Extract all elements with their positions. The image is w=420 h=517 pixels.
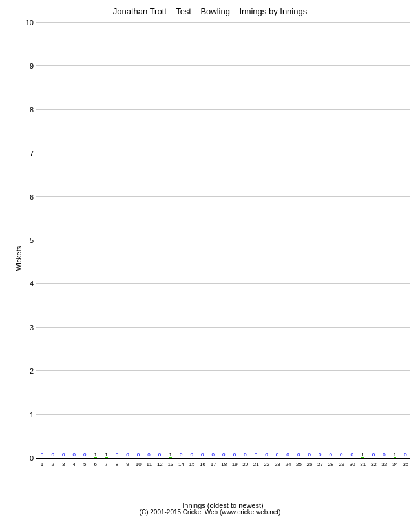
bar-value-label: 0	[136, 452, 141, 458]
bar-value-label: 0	[146, 452, 151, 458]
x-tick-label: 9	[125, 461, 130, 467]
bar-value-label: 0	[200, 452, 205, 458]
bar-value-label: 0	[189, 452, 194, 458]
x-tick-label: 3	[61, 461, 66, 467]
x-tick-label: 35	[403, 461, 408, 467]
bar-value-label: 0	[114, 452, 120, 458]
y-tick-label: 5	[30, 237, 36, 244]
x-tick-label: 14	[178, 461, 184, 467]
y-tick-label: 1	[30, 411, 36, 419]
x-tick-label: 18	[221, 461, 226, 467]
x-tick-label: 7	[103, 461, 109, 467]
bar-value-label: 0	[178, 452, 184, 458]
chart-title: Jonathan Trott – Test – Bowling – Inning…	[0, 0, 420, 19]
y-tick-label: 0	[30, 454, 36, 462]
x-tick-label: 31	[360, 461, 365, 467]
bar-value-label: 0	[221, 452, 226, 458]
y-tick-label: 3	[30, 324, 36, 332]
x-tick-label: 15	[189, 461, 194, 467]
bar-value-label: 0	[307, 452, 312, 458]
bar-value-label: 0	[61, 452, 66, 458]
x-tick-label: 20	[242, 461, 247, 467]
bar-value-label: 1	[103, 452, 109, 458]
x-tick-label: 25	[296, 461, 301, 467]
y-tick-label: 7	[30, 149, 36, 157]
x-tick-label: 29	[339, 461, 344, 467]
grid-line	[36, 370, 410, 371]
bar-value-label: 0	[157, 452, 162, 458]
x-tick-label: 26	[307, 461, 312, 467]
bar-value-label: 0	[232, 452, 237, 458]
bar-value-label: 0	[403, 452, 408, 458]
grid-line	[36, 240, 410, 240]
grid-line	[36, 109, 410, 110]
x-tick-label: 5	[82, 461, 87, 467]
bar-value-label: 0	[211, 452, 216, 458]
bar-value-label: 0	[317, 452, 322, 458]
y-tick-label: 10	[26, 19, 36, 26]
bar-value-label: 0	[39, 452, 45, 458]
bar-value-label: 0	[253, 452, 258, 458]
x-tick-label: 17	[211, 461, 216, 467]
x-tick-label: 2	[50, 461, 56, 467]
x-tick-label: 12	[157, 461, 162, 467]
x-tick-label: 30	[350, 461, 355, 467]
bar-value-label: 0	[82, 452, 87, 458]
x-tick-label: 13	[167, 461, 173, 467]
x-tick-label: 19	[232, 461, 237, 467]
grid-line	[36, 283, 410, 284]
bar-value-label: 0	[72, 452, 77, 458]
bar-value-label: 1	[360, 452, 365, 458]
bar-value-label: 0	[371, 452, 376, 458]
x-tick-label: 1	[39, 461, 45, 467]
x-tick-label: 34	[392, 461, 397, 467]
x-tick-label: 4	[72, 461, 77, 467]
y-tick-label: 8	[30, 106, 36, 114]
bar-value-label: 0	[381, 452, 386, 458]
x-tick-label: 16	[200, 461, 205, 467]
y-axis-label: Wickets	[15, 246, 23, 271]
bar-value-label: 0	[275, 452, 280, 458]
x-tick-label: 23	[275, 461, 280, 467]
bar-value-label: 0	[264, 452, 269, 458]
x-tick-label: 8	[114, 461, 120, 467]
bar-value-label: 1	[392, 452, 397, 458]
x-tick-label: 11	[146, 461, 151, 467]
y-tick-label: 6	[30, 193, 36, 201]
y-tick-label: 4	[30, 280, 36, 288]
x-tick-label: 21	[253, 461, 258, 467]
y-tick-label: 9	[30, 62, 36, 70]
bar-value-label: 0	[350, 452, 355, 458]
x-tick-label: 22	[264, 461, 269, 467]
y-tick-label: 2	[30, 367, 36, 375]
grid-line	[36, 327, 410, 328]
bar-value-label: 1	[167, 452, 173, 458]
chart-container: Jonathan Trott – Test – Bowling – Inning…	[0, 0, 420, 517]
x-tick-label: 27	[317, 461, 322, 467]
copyright: (C) 2001-2015 Cricket Web (www.cricketwe…	[0, 509, 420, 516]
chart-area: 0123456789100102030405161708090100110121…	[36, 23, 410, 459]
bar-value-label: 0	[328, 452, 333, 458]
bar-value-label: 0	[339, 452, 344, 458]
bar-value-label: 0	[242, 452, 247, 458]
grid-line	[36, 153, 410, 153]
bar-value-label: 0	[296, 452, 301, 458]
bar-value-label: 1	[93, 452, 98, 458]
x-tick-label: 24	[285, 461, 290, 467]
x-tick-label: 6	[93, 461, 98, 467]
bar-value-label: 0	[125, 452, 130, 458]
x-tick-label: 28	[328, 461, 333, 467]
bar-value-label: 0	[50, 452, 56, 458]
grid-line	[36, 65, 410, 66]
grid-line	[36, 22, 410, 23]
x-tick-label: 32	[371, 461, 376, 467]
x-tick-label: 33	[381, 461, 386, 467]
bar-value-label: 0	[285, 452, 290, 458]
grid-line	[36, 414, 410, 415]
grid-line	[36, 196, 410, 197]
x-tick-label: 10	[136, 461, 141, 467]
